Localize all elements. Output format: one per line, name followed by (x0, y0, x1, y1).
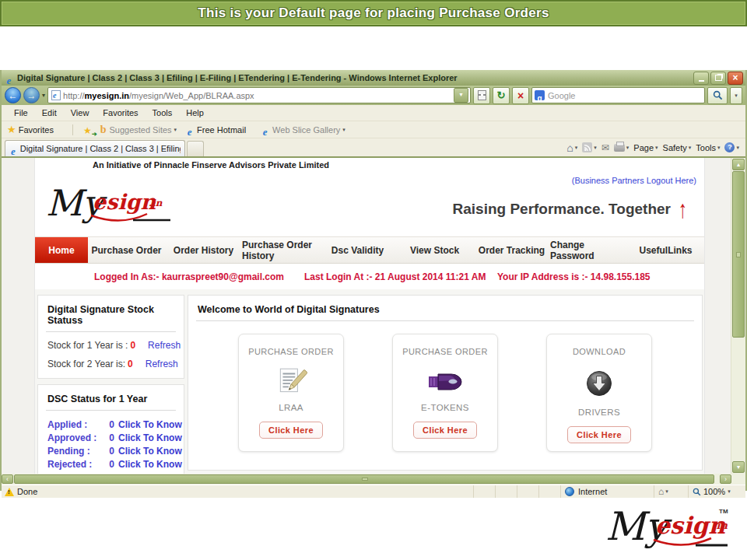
logout-link[interactable]: (Business Partners Logout Here) (572, 176, 696, 185)
nav-item-usefullinks[interactable]: UsefulLinks (627, 237, 704, 263)
web-slice-gallery-button[interactable]: Web Slice Gallery (260, 124, 345, 135)
initiative-text: An Initiative of Pinnacle Finserve Advis… (35, 158, 704, 170)
add-to-favorites-button[interactable] (81, 123, 94, 137)
star-icon (7, 124, 16, 135)
zoom-control[interactable]: 100% (688, 485, 745, 498)
scroll-left-button[interactable] (2, 474, 13, 484)
forward-button[interactable] (23, 87, 40, 103)
mail-icon (601, 142, 609, 153)
dsc-row-applied: Applied :0Click To Know (38, 417, 184, 430)
click-here-button[interactable]: Click Here (259, 422, 323, 439)
menu-help[interactable]: Help (180, 107, 210, 119)
stock-value: 0 (128, 359, 133, 369)
tools-menu-button[interactable]: Tools (696, 143, 720, 152)
svg-text:.in: .in (713, 520, 728, 531)
chevron-down-icon (717, 145, 721, 151)
click-here-button[interactable]: Click Here (413, 422, 477, 439)
back-button[interactable] (5, 87, 21, 103)
nav-item-order-history[interactable]: Order History (165, 237, 242, 263)
scroll-right-button[interactable] (720, 474, 731, 484)
menu-view[interactable]: View (65, 107, 96, 119)
menu-favorites[interactable]: Favorites (96, 107, 144, 119)
click-here-button[interactable]: Click Here (567, 426, 631, 443)
star-icon (83, 125, 92, 136)
read-mail-button[interactable] (601, 142, 609, 153)
magnifier-icon (713, 90, 723, 100)
close-button[interactable] (728, 72, 743, 85)
suggested-sites-button[interactable]: Suggested Sites (97, 124, 177, 136)
click-to-know-link[interactable]: Click To Know (118, 459, 182, 470)
home-icon (566, 142, 573, 153)
history-dropdown-icon[interactable] (42, 92, 45, 99)
nav-item-view-stock[interactable]: View Stock (396, 237, 473, 263)
nav-item-purchase-order-history[interactable]: Purchase Order History (242, 237, 319, 263)
home-button[interactable] (566, 142, 577, 153)
click-to-know-link[interactable]: Click To Know (118, 419, 182, 430)
card-download-drivers: DOWNLOAD (546, 334, 652, 452)
horizontal-scrollbar[interactable] (2, 474, 745, 485)
nav-item-change-password[interactable]: Change Password (550, 237, 627, 263)
stock-row-1: Stock for 1 Year is :0Refresh (38, 332, 184, 351)
status-left: Done (2, 487, 473, 496)
chevron-down-icon (665, 488, 668, 495)
menu-file[interactable]: File (8, 107, 34, 119)
chevron-down-icon (689, 145, 692, 151)
myesign-logo: My esign .in (46, 178, 182, 229)
refresh-link[interactable]: Refresh (148, 340, 181, 351)
status-pane (538, 485, 560, 498)
ip-address: Your IP Address is :- 14.98.155.185 (497, 271, 651, 282)
restore-button[interactable] (710, 72, 726, 85)
menu-tools[interactable]: Tools (146, 107, 179, 119)
chevron-down-icon (626, 145, 630, 151)
page-menu-button[interactable]: Page (633, 143, 658, 152)
web-page: An Initiative of Pinnacle Finserve Advis… (2, 158, 731, 474)
site-nav: Home Purchase Order Order History Purcha… (35, 236, 704, 264)
scrollbar-thumb[interactable] (732, 171, 745, 338)
protected-mode-button[interactable] (654, 485, 688, 498)
free-hotmail-link[interactable]: Free Hotmail (184, 124, 252, 135)
dsc-row-pending: Pending :0Click To Know (38, 443, 184, 457)
search-options-dropdown[interactable] (730, 87, 742, 104)
magnifier-icon (693, 488, 701, 496)
tagline: Raising Performance. Together (453, 200, 688, 220)
url-field[interactable]: e http://myesign.in/myesign/Web_App/BLRA… (47, 87, 471, 103)
chevron-down-icon (575, 145, 578, 151)
card-purchase-order-lraa: PURCHASE ORDER (238, 334, 344, 452)
click-to-know-link[interactable]: Click To Know (118, 446, 182, 457)
vertical-scrollbar[interactable] (731, 158, 745, 474)
scroll-down-button[interactable] (732, 461, 745, 473)
feeds-button[interactable] (582, 142, 597, 152)
print-button[interactable] (614, 144, 630, 152)
protected-mode-icon (658, 486, 664, 497)
ie-favicon (260, 124, 270, 135)
new-tab-button[interactable] (187, 141, 204, 156)
nav-item-home[interactable]: Home (35, 237, 88, 263)
nav-item-purchase-order[interactable]: Purchase Order (88, 237, 165, 263)
svg-text:e: e (53, 91, 57, 100)
search-box[interactable]: Google (531, 87, 705, 103)
ie-favicon (184, 124, 195, 135)
refresh-button[interactable] (493, 87, 510, 104)
screenshot-root: This is your Default page for placing Pu… (0, 0, 747, 560)
help-button[interactable] (724, 142, 739, 152)
refresh-link[interactable]: Refresh (146, 359, 178, 369)
compatibility-view-button[interactable] (473, 87, 490, 104)
safety-menu-button[interactable]: Safety (663, 143, 692, 152)
click-to-know-link[interactable]: Click To Know (118, 432, 182, 443)
window-title: Digital Signature | Class 2 | Class 3 | … (17, 73, 693, 82)
active-tab[interactable]: Digital Signature | Class 2 | Class 3 | … (5, 140, 185, 156)
page-icon: e (51, 90, 61, 100)
nav-item-order-tracking[interactable]: Order Tracking (473, 237, 550, 263)
scroll-up-button[interactable] (732, 159, 745, 170)
panel-title: Digital Signature Stock Statuss (38, 296, 184, 331)
url-dropdown-button[interactable] (454, 88, 468, 103)
minimize-button[interactable] (693, 72, 709, 85)
favorites-button[interactable]: Favorites (5, 124, 60, 135)
scrollbar-thumb[interactable] (14, 474, 714, 484)
search-button[interactable] (707, 87, 728, 104)
status-bar: Done Internet 100% (2, 485, 745, 498)
card-row: PURCHASE ORDER (188, 321, 702, 452)
stop-button[interactable] (512, 87, 529, 104)
nav-item-dsc-validity[interactable]: Dsc Validity (319, 237, 396, 263)
menu-edit[interactable]: Edit (36, 107, 63, 119)
